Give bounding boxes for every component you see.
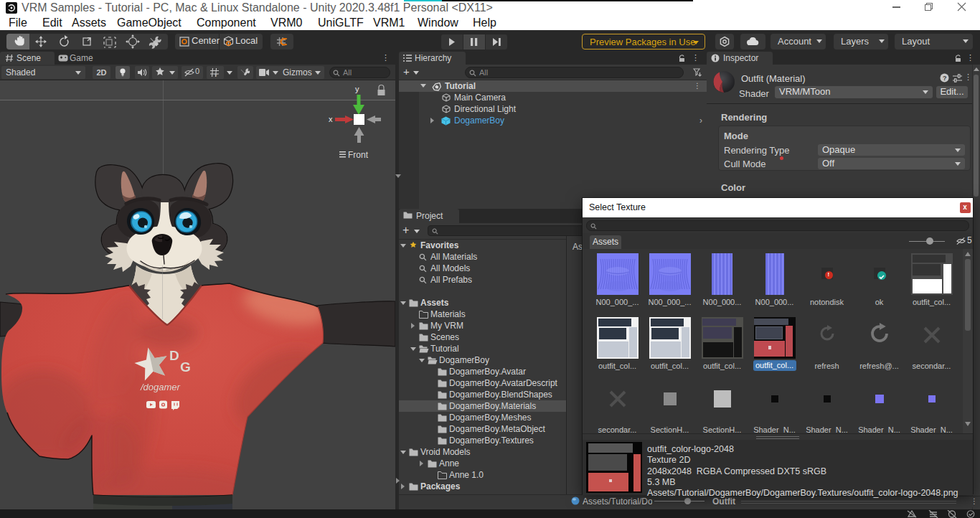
svg-text:D: D [169, 348, 179, 363]
svg-text:Y: Y [215, 73, 217, 77]
svg-text:?: ? [943, 75, 947, 82]
svg-text:G: G [180, 359, 191, 375]
svg-text:/dogamer: /dogamer [140, 382, 181, 392]
svg-text:y: y [355, 85, 359, 93]
svg-text:x: x [329, 115, 333, 123]
svg-text:Front: Front [348, 150, 369, 160]
